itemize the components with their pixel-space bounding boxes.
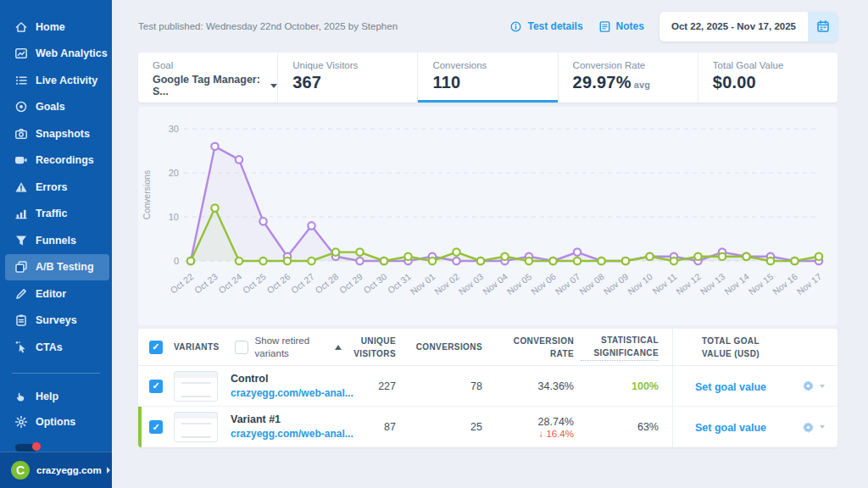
variants-table: ✓ VARIANTS Show retired variants UNIQUE … — [138, 329, 837, 447]
notes-icon — [598, 20, 611, 33]
svg-text:Oct 30: Oct 30 — [361, 271, 388, 296]
caret-down-icon — [270, 84, 277, 88]
sidebar-item-ctas[interactable]: CTAs — [0, 334, 112, 361]
row-settings-gear-icon[interactable] — [801, 420, 815, 435]
cell-significance: 100% — [574, 380, 659, 392]
notes-button[interactable]: Notes — [598, 20, 644, 33]
sidebar-item-traffic[interactable]: Traffic — [0, 201, 112, 228]
sidebar-item-goals[interactable]: Goals — [0, 94, 112, 121]
sidebar-item-label: Help — [36, 391, 58, 402]
goal-label: Goal — [153, 60, 277, 70]
svg-text:Nov 07: Nov 07 — [554, 271, 582, 297]
test-details-button[interactable]: Test details — [509, 20, 582, 33]
sidebar-item-label: Home — [36, 21, 65, 33]
conversions-chart: 0102030ConversionsOct 22Oct 23Oct 24Oct … — [138, 107, 837, 325]
stat-label: Conversions — [432, 60, 557, 70]
calendar-icon — [816, 19, 830, 33]
conversions-value: 110 — [432, 73, 557, 92]
line-chart: 0102030ConversionsOct 22Oct 23Oct 24Oct … — [138, 107, 837, 325]
svg-text:20: 20 — [169, 168, 179, 178]
header-unique-visitors: UNIQUE VISITORS — [330, 335, 396, 360]
tab-unique-visitors[interactable]: Unique Visitors 367 — [277, 53, 417, 103]
sidebar-item-help[interactable]: Help — [0, 385, 112, 410]
stat-label: Conversion Rate — [573, 60, 698, 70]
sidebar-item-snapshots[interactable]: Snapshots — [0, 120, 112, 147]
sidebar-item-funnels[interactable]: Funnels — [0, 227, 112, 254]
sidebar-item-label: Options — [36, 416, 75, 428]
sidebar-item-label: Recordings — [36, 154, 94, 166]
svg-text:Nov 08: Nov 08 — [577, 271, 606, 297]
date-range-picker[interactable]: Oct 22, 2025 - Nov 17, 2025 — [659, 12, 837, 42]
svg-text:Nov 04: Nov 04 — [481, 271, 509, 297]
cell-conversions: 78 — [396, 380, 482, 392]
crazyegg-logo: C — [11, 461, 30, 480]
goal-cell[interactable]: Goal Google Tag Manager: S... — [138, 53, 277, 103]
variants-header: VARIANTS — [174, 342, 220, 352]
test-published-text: Test published: Wednesday 22nd October, … — [138, 21, 398, 31]
sidebar-item-recordings[interactable]: Recordings — [0, 147, 112, 175]
tab-conversion-rate[interactable]: Conversion Rate 29.97%avg — [558, 53, 698, 103]
sidebar-item-label: A/B Testing — [36, 261, 94, 273]
web-analytics-icon — [14, 47, 28, 60]
variant-row-control: ✓ Control crazyegg.com/web-anal... 227 7… — [138, 366, 837, 407]
row-settings-caret-icon[interactable] — [820, 385, 825, 388]
svg-text:Nov 12: Nov 12 — [674, 271, 703, 297]
svg-text:Oct 27: Oct 27 — [289, 271, 316, 296]
sidebar-item-home[interactable]: Home — [0, 14, 112, 41]
show-retired-label: Show retired variants — [255, 335, 316, 359]
tab-conversions[interactable]: Conversions 110 — [417, 53, 557, 103]
whats-new-toggle[interactable] — [15, 444, 38, 452]
calendar-button[interactable] — [808, 12, 837, 42]
avg-suffix: avg — [634, 80, 651, 90]
row-checkbox[interactable]: ✓ — [149, 380, 163, 393]
header-significance: STATISTICAL SIGNIFICANCE — [581, 334, 659, 361]
svg-text:Oct 31: Oct 31 — [386, 271, 413, 296]
svg-text:Nov 14: Nov 14 — [722, 271, 751, 297]
sidebar-item-options[interactable]: Options — [0, 409, 112, 435]
variant-thumbnail[interactable] — [174, 412, 218, 442]
video-camera-icon — [14, 153, 28, 167]
sidebar-item-label: Editor — [36, 288, 66, 300]
stat-label: Total Goal Value — [713, 60, 837, 70]
test-details-label: Test details — [527, 20, 582, 32]
row-settings-gear-icon[interactable] — [801, 379, 815, 393]
header-total-goal: TOTAL GOAL VALUE (USD) — [694, 335, 767, 360]
set-goal-value-link[interactable]: Set goal value — [695, 381, 766, 393]
sidebar-item-ab-testing[interactable]: A/B Testing — [5, 254, 109, 281]
sidebar-item-errors[interactable]: Errors — [0, 174, 112, 201]
svg-text:Nov 05: Nov 05 — [505, 271, 534, 297]
set-goal-value-link[interactable]: Set goal value — [695, 422, 766, 434]
cell-conversions: 25 — [396, 421, 482, 433]
account-domain: crazyegg.com — [36, 465, 102, 475]
show-retired-checkbox[interactable] — [235, 341, 248, 354]
tab-total-goal-value[interactable]: Total Goal Value $0.00 — [698, 53, 837, 103]
svg-text:Oct 23: Oct 23 — [192, 271, 220, 296]
main-content: Test published: Wednesday 22nd October, … — [112, 0, 868, 488]
sidebar-item-label: Surveys — [36, 314, 77, 326]
sidebar-item-surveys[interactable]: Surveys — [0, 308, 112, 335]
sidebar-item-label: Live Activity — [36, 75, 97, 86]
table-header-row: ✓ VARIANTS Show retired variants UNIQUE … — [138, 329, 837, 366]
sidebar-item-live-activity[interactable]: Live Activity — [0, 67, 112, 94]
chevron-right-icon — [107, 467, 110, 474]
row-settings-caret-icon[interactable] — [820, 425, 825, 429]
topbar: Test published: Wednesday 22nd October, … — [138, 0, 837, 53]
svg-text:Nov 13: Nov 13 — [698, 271, 727, 297]
svg-text:0: 0 — [174, 256, 179, 266]
home-icon — [14, 20, 28, 34]
sidebar-item-web-analytics[interactable]: Web Analytics — [0, 41, 112, 68]
sidebar-item-label: Traffic — [36, 208, 68, 219]
svg-text:Nov 10: Nov 10 — [626, 271, 654, 297]
cell-conversion-rate: 28.74% ↓ 16.4% — [482, 416, 574, 439]
camera-icon — [14, 127, 28, 141]
row-checkbox[interactable]: ✓ — [149, 420, 163, 434]
svg-text:Nov 15: Nov 15 — [747, 271, 776, 297]
variant-thumbnail[interactable] — [174, 371, 218, 402]
conversion-rate-value: 29.97% — [573, 73, 632, 92]
sidebar-item-editor[interactable]: Editor — [0, 280, 112, 308]
sidebar-footer[interactable]: C crazyegg.com — [0, 452, 112, 488]
goal-select[interactable]: Google Tag Manager: S... — [153, 74, 277, 97]
sidebar-item-label: CTAs — [36, 341, 63, 353]
sidebar-divider — [12, 373, 100, 374]
select-all-checkbox[interactable]: ✓ — [149, 341, 163, 354]
